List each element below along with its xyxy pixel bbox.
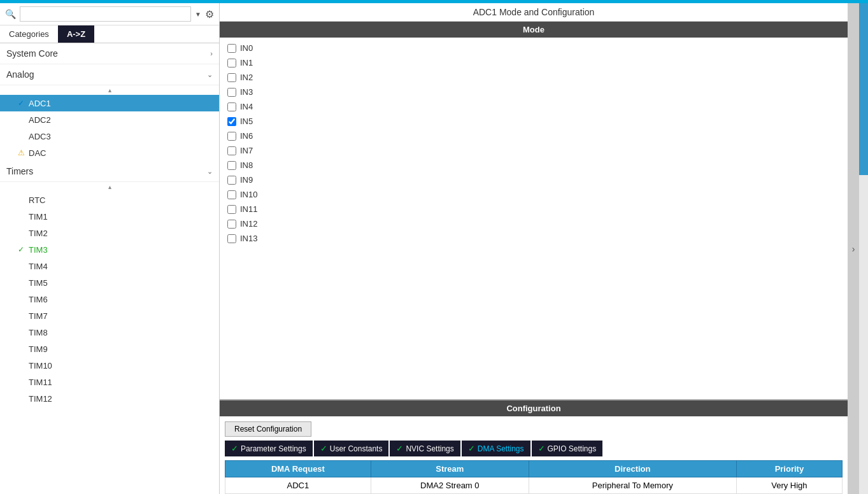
checkbox-in2[interactable]	[227, 73, 236, 82]
mode-item-in7: IN7	[226, 143, 841, 158]
scroll-indicator-up: ▴	[0, 85, 219, 95]
tab-label-user-constants: User Constants	[330, 444, 383, 453]
section-header-timers[interactable]: Timers ⌄	[0, 161, 219, 182]
sidebar-item-tim9[interactable]: TIM9	[0, 341, 219, 357]
config-header: Configuration	[220, 400, 848, 416]
mode-label-in4: IN4	[240, 102, 253, 111]
mode-item-in13: IN13	[226, 231, 841, 246]
scroll-indicator-up-2: ▴	[0, 182, 219, 192]
empty-icon-tim11	[16, 377, 26, 387]
sidebar-item-tim7[interactable]: TIM7	[0, 307, 219, 324]
sidebar-item-adc1[interactable]: ✓ ADC1	[0, 95, 219, 111]
checkbox-in4[interactable]	[227, 102, 236, 111]
sidebar-item-tim12[interactable]: TIM12	[0, 390, 219, 407]
cell-dma-request: ADC1	[225, 477, 371, 494]
sidebar-item-tim11[interactable]: TIM11	[0, 374, 219, 390]
empty-icon-tim8	[16, 327, 26, 337]
sidebar-item-tim1[interactable]: TIM1	[0, 208, 219, 225]
mode-content[interactable]: IN0 IN1 IN2 IN3	[220, 38, 848, 399]
sidebar: 🔍 ▼ ⚙ Categories A->Z System Core › Anal…	[0, 3, 220, 494]
sidebar-item-label-tim8: TIM8	[29, 328, 48, 337]
right-vertical-scrollbar[interactable]	[859, 3, 868, 494]
mode-item-in0: IN0	[226, 41, 841, 55]
checkbox-in0[interactable]	[227, 44, 236, 53]
tab-dma-settings[interactable]: ✓ DMA Settings	[462, 441, 530, 456]
checkbox-in9[interactable]	[227, 176, 236, 185]
tab-parameter-settings[interactable]: ✓ Parameter Settings	[225, 441, 313, 456]
section-label-timers: Timers	[6, 166, 33, 176]
sidebar-item-label-tim3: TIM3	[29, 245, 48, 255]
sidebar-item-tim4[interactable]: TIM4	[0, 258, 219, 274]
checkbox-in11[interactable]	[227, 205, 236, 214]
sidebar-item-label-tim11: TIM11	[29, 378, 52, 387]
panel-title: ADC1 Mode and Configuration	[220, 3, 848, 22]
empty-icon-tim10	[16, 360, 26, 370]
mode-label-in6: IN6	[240, 131, 253, 141]
collapse-handle[interactable]: ›	[848, 3, 859, 494]
mode-item-in12: IN12	[226, 216, 841, 231]
col-header-stream: Stream	[371, 461, 529, 477]
checkbox-in5[interactable]	[227, 117, 236, 126]
mode-label-in8: IN8	[240, 160, 253, 170]
sidebar-item-tim10[interactable]: TIM10	[0, 357, 219, 374]
tab-nvic-settings[interactable]: ✓ NVIC Settings	[390, 441, 460, 456]
right-panel-wrapper: ADC1 Mode and Configuration Mode IN0 IN1	[220, 3, 868, 494]
search-input[interactable]	[20, 6, 191, 22]
scroll-up-arrow: ▴	[108, 87, 111, 94]
collapse-arrow-icon: ›	[852, 244, 855, 254]
sidebar-item-label-tim1: TIM1	[29, 212, 48, 222]
sidebar-item-label-tim6: TIM6	[29, 295, 48, 304]
right-scrollbar-thumb[interactable]	[859, 3, 868, 175]
sidebar-item-adc2[interactable]: ADC2	[0, 111, 219, 128]
empty-icon-tim2	[16, 228, 26, 238]
sidebar-item-label-tim12: TIM12	[29, 394, 52, 404]
checkbox-in3[interactable]	[227, 88, 236, 97]
checkbox-in1[interactable]	[227, 59, 236, 67]
config-section: Configuration Reset Configuration ✓ Para…	[220, 399, 848, 494]
reset-configuration-button[interactable]: Reset Configuration	[225, 421, 311, 437]
sidebar-item-label-tim2: TIM2	[29, 229, 48, 238]
section-header-analog[interactable]: Analog ⌄	[0, 64, 219, 85]
checkbox-in12[interactable]	[227, 220, 236, 229]
mode-label-in9: IN9	[240, 175, 253, 185]
sidebar-item-label-tim5: TIM5	[29, 278, 48, 288]
mode-item-in8: IN8	[226, 158, 841, 173]
checkbox-in8[interactable]	[227, 161, 236, 170]
empty-icon-tim5	[16, 278, 26, 288]
dma-table: DMA Request Stream Direction Priority AD…	[225, 460, 843, 494]
mode-item-in9: IN9	[226, 173, 841, 187]
checkbox-in7[interactable]	[227, 146, 236, 155]
mode-item-in3: IN3	[226, 85, 841, 99]
cell-stream: DMA2 Stream 0	[371, 477, 529, 494]
empty-icon-tim9	[16, 344, 26, 354]
config-content: Reset Configuration ✓ Parameter Settings…	[220, 416, 848, 494]
sidebar-item-adc3[interactable]: ADC3	[0, 128, 219, 145]
tab-user-constants[interactable]: ✓ User Constants	[314, 441, 389, 456]
sidebar-item-tim8[interactable]: TIM8	[0, 324, 219, 341]
dropdown-arrow-icon[interactable]: ▼	[195, 11, 201, 18]
section-header-system-core[interactable]: System Core ›	[0, 43, 219, 64]
sidebar-item-dac[interactable]: ⚠ DAC	[0, 145, 219, 161]
sidebar-item-label-adc2: ADC2	[29, 115, 51, 125]
sidebar-item-label-tim4: TIM4	[29, 262, 48, 271]
sidebar-item-tim2[interactable]: TIM2	[0, 225, 219, 241]
checkbox-in10[interactable]	[227, 190, 236, 199]
table-row: ADC1 DMA2 Stream 0 Peripheral To Memory …	[225, 477, 843, 494]
sidebar-item-tim3[interactable]: ✓ TIM3	[0, 241, 219, 258]
tab-label-parameter: Parameter Settings	[241, 444, 306, 453]
checkbox-in6[interactable]	[227, 132, 236, 141]
search-icon: 🔍	[5, 9, 16, 19]
sidebar-item-tim5[interactable]: TIM5	[0, 274, 219, 291]
mode-label-in10: IN10	[240, 190, 257, 199]
sidebar-item-tim6[interactable]: TIM6	[0, 291, 219, 307]
gear-icon[interactable]: ⚙	[205, 8, 214, 20]
mode-section: Mode IN0 IN1 IN2	[220, 22, 848, 399]
search-bar: 🔍 ▼ ⚙	[0, 3, 219, 25]
tab-categories[interactable]: Categories	[0, 25, 58, 43]
tab-az[interactable]: A->Z	[58, 25, 94, 43]
col-header-direction: Direction	[529, 461, 736, 477]
tab-gpio-settings[interactable]: ✓ GPIO Settings	[532, 441, 603, 456]
sidebar-item-rtc[interactable]: RTC	[0, 192, 219, 208]
sidebar-item-label-adc1: ADC1	[29, 99, 51, 108]
checkbox-in13[interactable]	[227, 234, 236, 243]
